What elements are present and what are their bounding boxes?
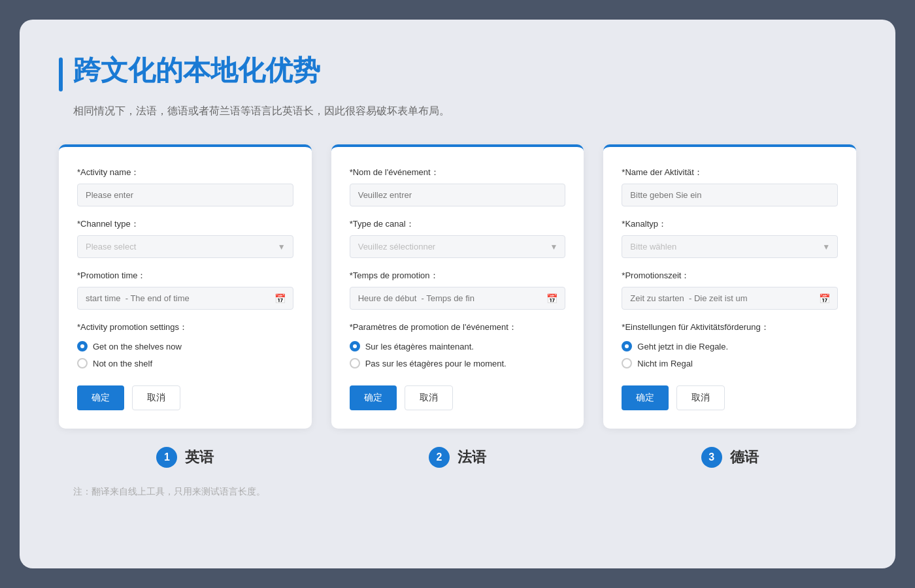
main-container: 跨文化的本地化优势 相同情况下，法语，德语或者荷兰语等语言比英语长，因此很容易破… <box>20 20 895 568</box>
promotion-time-label-de: *Promotionszeit： <box>622 270 838 282</box>
radio-off-circle-en <box>77 358 88 368</box>
radio-off-fr[interactable]: Pas sur les étagères pour le moment. <box>350 358 566 368</box>
channel-select-wrapper-en: Please select ▼ <box>77 235 293 258</box>
lang-name-de: 德语 <box>730 448 759 467</box>
activity-settings-label-fr: *Paramètres de promotion de l'événement： <box>350 321 566 333</box>
promotion-time-input-de[interactable] <box>622 287 838 310</box>
badge-fr: 2 <box>429 447 450 468</box>
cancel-button-en[interactable]: 取消 <box>132 385 180 410</box>
promotion-time-label-fr: *Temps de promotion： <box>350 270 566 282</box>
radio-on-circle-en <box>77 341 88 351</box>
radio-on-circle-de <box>622 341 632 351</box>
radio-off-de[interactable]: Nicht im Regal <box>622 358 838 368</box>
radio-on-fr[interactable]: Sur les étagères maintenant. <box>350 341 566 351</box>
promotion-time-input-en[interactable] <box>77 287 293 310</box>
radio-on-label-fr: Sur les étagères maintenant. <box>365 342 474 351</box>
activity-settings-label-en: *Activity promotion settings： <box>77 321 293 333</box>
channel-type-select-de[interactable]: Bitte wählen <box>622 235 838 258</box>
channel-type-label-en: *Channel type： <box>77 218 293 230</box>
radio-off-circle-fr <box>350 358 360 368</box>
channel-type-group-de: *Kanaltyp： Bitte wählen ▼ <box>622 218 838 258</box>
promotion-time-label-en: *Promotion time： <box>77 270 293 282</box>
channel-type-group-fr: *Type de canal： Veuillez sélectionner ▼ <box>350 218 566 258</box>
form-french: *Nom de l'événement： *Type de canal： Veu… <box>331 144 584 429</box>
radio-on-circle-fr <box>350 341 360 351</box>
radio-group-de: Geht jetzt in die Regale. Nicht im Regal <box>622 341 838 368</box>
promotion-time-group-fr: *Temps de promotion： 📅 <box>350 270 566 310</box>
activity-name-label-en: *Activity name： <box>77 167 293 178</box>
activity-name-group-fr: *Nom de l'événement： <box>350 167 566 206</box>
badge-en: 1 <box>156 447 177 468</box>
title-bar <box>59 57 63 91</box>
radio-off-label-en: Not on the shelf <box>93 359 152 368</box>
activity-name-input-en[interactable] <box>77 184 293 206</box>
page-subtitle: 相同情况下，法语，德语或者荷兰语等语言比英语长，因此很容易破坏表单布局。 <box>73 105 856 118</box>
date-wrapper-de: 📅 <box>622 287 838 310</box>
channel-select-wrapper-de: Bitte wählen ▼ <box>622 235 838 258</box>
form-english: *Activity name： *Channel type： Please se… <box>59 144 312 429</box>
lang-label-en: 1 英语 <box>59 447 312 468</box>
date-wrapper-en: 📅 <box>77 287 293 310</box>
channel-type-group-en: *Channel type： Please select ▼ <box>77 218 293 258</box>
cancel-button-fr[interactable]: 取消 <box>405 385 453 410</box>
badge-de: 3 <box>701 447 722 468</box>
radio-off-en[interactable]: Not on the shelf <box>77 358 293 368</box>
radio-on-en[interactable]: Get on the shelves now <box>77 341 293 351</box>
date-wrapper-fr: 📅 <box>350 287 566 310</box>
activity-name-input-fr[interactable] <box>350 184 566 206</box>
radio-on-label-de: Geht jetzt in die Regale. <box>637 342 728 351</box>
radio-off-label-de: Nicht im Regal <box>637 359 693 368</box>
confirm-button-fr[interactable]: 确定 <box>350 385 397 410</box>
activity-name-group-de: *Name der Aktivität： <box>622 167 838 206</box>
activity-name-label-de: *Name der Aktivität： <box>622 167 838 178</box>
radio-off-label-fr: Pas sur les étagères pour le moment. <box>365 359 507 368</box>
btn-row-en: 确定 取消 <box>77 385 293 410</box>
activity-name-group-en: *Activity name： <box>77 167 293 206</box>
activity-name-input-de[interactable] <box>622 184 838 206</box>
promotion-time-group-en: *Promotion time： 📅 <box>77 270 293 310</box>
btn-row-de: 确定 取消 <box>622 385 838 410</box>
radio-group-en: Get on the shelves now Not on the shelf <box>77 341 293 368</box>
radio-on-label-en: Get on the shelves now <box>93 342 182 351</box>
footnote: 注：翻译来自线上工具，只用来测试语言长度。 <box>73 486 856 498</box>
promotion-time-input-fr[interactable] <box>350 287 566 310</box>
lang-name-fr: 法语 <box>458 448 486 467</box>
btn-row-fr: 确定 取消 <box>350 385 566 410</box>
cancel-button-de[interactable]: 取消 <box>676 385 725 410</box>
channel-type-select-fr[interactable]: Veuillez sélectionner <box>350 235 566 258</box>
channel-select-wrapper-fr: Veuillez sélectionner ▼ <box>350 235 566 258</box>
page-title: 跨文化的本地化优势 <box>73 52 320 89</box>
radio-on-de[interactable]: Geht jetzt in die Regale. <box>622 341 838 351</box>
activity-settings-group-fr: *Paramètres de promotion de l'événement：… <box>350 321 566 368</box>
confirm-button-en[interactable]: 确定 <box>77 385 124 410</box>
language-labels-row: 1 英语 2 法语 3 德语 <box>59 447 856 468</box>
activity-name-label-fr: *Nom de l'événement： <box>350 167 566 178</box>
forms-row: *Activity name： *Channel type： Please se… <box>59 144 856 429</box>
radio-group-fr: Sur les étagères maintenant. Pas sur les… <box>350 341 566 368</box>
lang-label-de: 3 德语 <box>603 447 856 468</box>
form-german: *Name der Aktivität： *Kanaltyp： Bitte wä… <box>603 144 856 429</box>
channel-type-label-de: *Kanaltyp： <box>622 218 838 230</box>
lang-name-en: 英语 <box>185 448 214 467</box>
activity-settings-label-de: *Einstellungen für Aktivitätsförderung： <box>622 321 838 333</box>
promotion-time-group-de: *Promotionszeit： 📅 <box>622 270 838 310</box>
confirm-button-de[interactable]: 确定 <box>622 385 669 410</box>
channel-type-select-en[interactable]: Please select <box>77 235 293 258</box>
activity-settings-group-en: *Activity promotion settings： Get on the… <box>77 321 293 368</box>
activity-settings-group-de: *Einstellungen für Aktivitätsförderung： … <box>622 321 838 368</box>
lang-label-fr: 2 法语 <box>331 447 584 468</box>
radio-off-circle-de <box>622 358 632 368</box>
channel-type-label-fr: *Type de canal： <box>350 218 566 230</box>
